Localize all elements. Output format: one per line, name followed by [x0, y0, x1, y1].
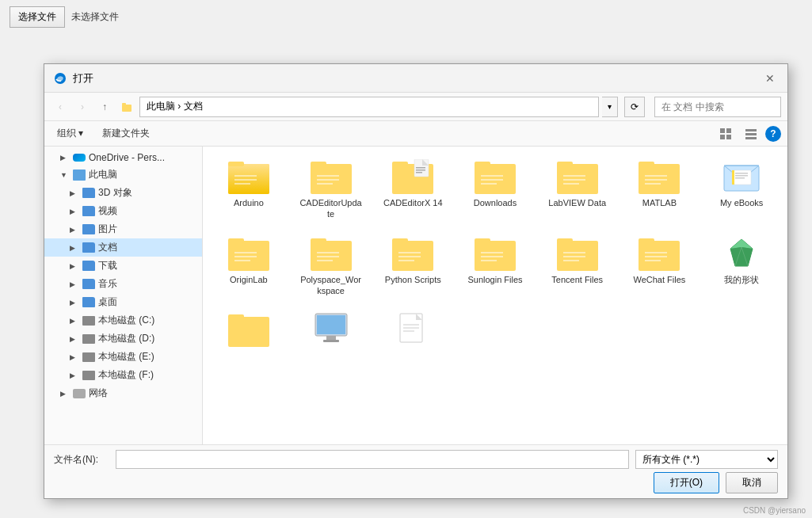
file-item-myebooks[interactable]: My eBooks: [702, 153, 781, 227]
sidebar-item-drive-f[interactable]: ▶ 本地磁盘 (F:): [44, 366, 202, 384]
file-item-cadeditorx14[interactable]: CADEditorX 14: [373, 153, 452, 227]
file-item-myshapes[interactable]: 我的形状: [702, 230, 781, 303]
sidebar-item-pictures[interactable]: ▶ 图片: [44, 220, 202, 238]
filetype-select[interactable]: 所有文件 (*.*): [635, 450, 778, 469]
folder-nav-button[interactable]: [117, 97, 136, 116]
file-item-cadeditorupdate[interactable]: CADEditorUpdate: [292, 153, 371, 227]
file-item-polyspace[interactable]: Polyspace_Workspace: [292, 230, 371, 303]
sidebar: ▶ OneDrive - Pers... ▼ 此电脑 ▶ 3D 对象 ▶ 视频: [44, 147, 203, 444]
svg-rect-38: [639, 162, 654, 166]
svg-rect-52: [234, 252, 257, 253]
sidebar-item-documents[interactable]: ▶ 文档: [44, 238, 202, 257]
expand-arrow: ▶: [70, 371, 79, 379]
filename-input[interactable]: [116, 450, 629, 469]
file-item-downloads[interactable]: Downloads: [456, 153, 535, 227]
sidebar-item-desktop[interactable]: ▶ 桌面: [44, 293, 202, 311]
sidebar-item-label: 本地磁盘 (E:): [98, 350, 154, 364]
sidebar-item-this-pc[interactable]: ▼ 此电脑: [44, 166, 202, 184]
file-item-computer[interactable]: [292, 306, 371, 356]
refresh-button[interactable]: ⟳: [624, 97, 645, 117]
svg-rect-14: [234, 179, 257, 181]
svg-rect-57: [317, 252, 339, 253]
svg-rect-26: [416, 172, 422, 173]
svg-rect-86: [228, 314, 244, 319]
file-item-sunlogin[interactable]: Sunlogin Files: [456, 230, 535, 303]
svg-rect-49: [735, 177, 745, 179]
file-item-arduino[interactable]: Arduino: [209, 153, 288, 227]
file-grid: Arduino CADEditorUpdate: [209, 153, 781, 356]
blank-doc-icon: [392, 312, 433, 347]
expand-arrow: ▶: [70, 262, 79, 270]
file-open-dialog: 打开 ✕ ‹ › ↑ 此电脑 › 文档 ▾ ⟳ 组织 ▾ 新建文件夹: [44, 63, 788, 499]
close-button[interactable]: ✕: [762, 70, 778, 86]
sidebar-item-label: 本地磁盘 (F:): [98, 368, 154, 382]
svg-rect-73: [563, 256, 585, 257]
address-bar[interactable]: 此电脑 › 文档: [139, 97, 599, 117]
open-button[interactable]: 打开(O): [654, 472, 719, 493]
choose-file-button[interactable]: 选择文件: [10, 6, 65, 28]
back-button[interactable]: ‹: [51, 97, 70, 116]
svg-rect-20: [317, 183, 333, 185]
svg-rect-40: [645, 179, 667, 181]
file-item-tencent[interactable]: Tencent Files: [538, 230, 617, 303]
search-input[interactable]: [654, 97, 781, 117]
file-item-originlab[interactable]: OriginLab: [209, 230, 288, 303]
sidebar-item-music[interactable]: ▶ 音乐: [44, 275, 202, 293]
sidebar-item-3d[interactable]: ▶ 3D 对象: [44, 184, 202, 202]
svg-rect-71: [557, 238, 573, 243]
file-item-labview[interactable]: LabVIEW Data: [538, 153, 617, 227]
file-item-python-scripts[interactable]: Python Scripts: [373, 230, 452, 303]
drive-icon: [82, 371, 95, 380]
bottom-bar: 文件名(N): 所有文件 (*.*) 打开(O) 取消: [44, 444, 787, 498]
shapes-icon: [721, 236, 762, 271]
sidebar-item-drive-c[interactable]: ▶ 本地磁盘 (C:): [44, 311, 202, 329]
file-item-name: CADEditorUpdate: [299, 197, 363, 220]
sidebar-item-network[interactable]: ▶ 网络: [44, 384, 202, 402]
view-details-button[interactable]: [740, 124, 762, 143]
expand-arrow: ▶: [70, 280, 79, 288]
sidebar-item-label: 音乐: [98, 277, 117, 291]
computer-icon: [311, 312, 352, 347]
svg-rect-22: [392, 162, 408, 166]
svg-rect-28: [475, 162, 490, 166]
new-folder-button[interactable]: 新建文件夹: [96, 124, 156, 143]
svg-rect-76: [639, 238, 654, 243]
svg-rect-90: [323, 340, 339, 342]
folder-icon: [557, 236, 598, 271]
file-item-wechat[interactable]: WeChat Files: [620, 230, 700, 303]
folder-blue-icon: [82, 279, 95, 289]
file-item-blank-doc[interactable]: [373, 306, 452, 356]
file-item-matlab[interactable]: MATLAB: [620, 153, 700, 227]
file-item-unnamed-folder[interactable]: [209, 306, 288, 356]
view-options-button[interactable]: [715, 124, 737, 143]
folder-icon: [475, 236, 516, 271]
svg-rect-62: [398, 252, 421, 253]
sidebar-item-downloads[interactable]: ▶ 下载: [44, 257, 202, 275]
svg-rect-35: [563, 179, 585, 181]
svg-rect-41: [645, 183, 661, 185]
help-button[interactable]: ?: [765, 126, 781, 142]
buttons-row: 打开(O) 取消: [54, 472, 778, 493]
up-button[interactable]: ↑: [95, 97, 114, 116]
sidebar-item-drive-e[interactable]: ▶ 本地磁盘 (E:): [44, 348, 202, 366]
forward-button[interactable]: ›: [73, 97, 92, 116]
sidebar-item-label: 本地磁盘 (C:): [98, 314, 154, 327]
sidebar-item-video[interactable]: ▶ 视频: [44, 202, 202, 220]
sidebar-item-onedrive[interactable]: ▶ OneDrive - Pers...: [44, 150, 202, 166]
expand-arrow: ▶: [70, 244, 79, 252]
svg-rect-54: [234, 260, 250, 261]
svg-rect-2: [122, 103, 126, 105]
svg-rect-1: [122, 105, 132, 112]
file-item-name: CADEditorX 14: [383, 197, 443, 208]
svg-rect-15: [234, 183, 250, 185]
sidebar-item-label: 本地磁盘 (D:): [98, 332, 154, 345]
sidebar-item-drive-d[interactable]: ▶ 本地磁盘 (D:): [44, 329, 202, 348]
file-item-name: Polyspace_Workspace: [299, 274, 363, 297]
svg-rect-18: [317, 175, 339, 177]
svg-rect-12: [228, 162, 244, 166]
toolbar-right: ?: [715, 124, 781, 143]
cancel-button[interactable]: 取消: [726, 472, 778, 493]
organize-button[interactable]: 组织 ▾: [51, 124, 90, 143]
file-item-name: Python Scripts: [385, 274, 441, 285]
address-dropdown-button[interactable]: ▾: [602, 97, 618, 117]
